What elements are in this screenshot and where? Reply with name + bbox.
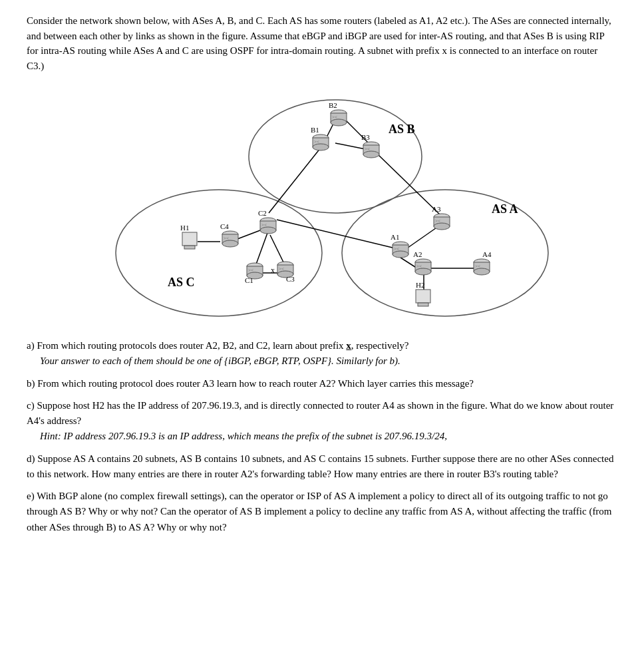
svg-text:A1: A1	[391, 233, 399, 241]
svg-text:B1: B1	[311, 126, 319, 134]
network-diagram: AS B AS C AS A	[27, 80, 617, 326]
question-b: b) From which routing protocol does rout…	[27, 376, 617, 391]
svg-rect-80	[416, 290, 430, 303]
svg-point-28	[313, 144, 329, 150]
svg-text:><: ><	[416, 264, 422, 269]
svg-point-23	[331, 119, 347, 126]
svg-text:><: ><	[475, 264, 480, 269]
svg-text:x: x	[271, 266, 275, 275]
question-e: e) With BGP alone (no complex firewall s…	[27, 489, 617, 535]
svg-point-38	[260, 227, 276, 234]
svg-point-77	[474, 268, 490, 275]
svg-text:A2: A2	[413, 250, 422, 258]
svg-text:><: ><	[394, 246, 399, 252]
question-c-text: Suppose host H2 has the IP address of 20…	[27, 400, 613, 426]
svg-text:A3: A3	[432, 205, 441, 213]
svg-rect-58	[184, 246, 195, 249]
svg-text:><: ><	[224, 236, 229, 241]
svg-text:C1: C1	[245, 276, 253, 284]
svg-rect-81	[418, 303, 428, 306]
svg-text:><: ><	[435, 218, 440, 224]
question-d-text: Suppose AS A contains 20 subnets, AS B c…	[27, 453, 613, 479]
question-c-label: c)	[27, 400, 37, 411]
svg-text:AS A: AS A	[492, 202, 518, 216]
svg-text:AS B: AS B	[389, 122, 415, 136]
svg-point-62	[434, 223, 450, 230]
svg-text:H1: H1	[180, 224, 189, 232]
svg-line-11	[277, 220, 395, 248]
question-a: a) From which routing protocols does rou…	[27, 338, 617, 369]
question-c: c) Suppose host H2 has the IP address of…	[27, 398, 617, 445]
svg-text:C4: C4	[220, 222, 229, 230]
question-e-label: e)	[27, 491, 37, 501]
svg-point-43	[222, 240, 238, 247]
svg-point-33	[363, 151, 379, 158]
question-a-text: From which routing protocols does router…	[37, 340, 408, 351]
svg-text:B2: B2	[329, 101, 337, 109]
svg-text:H2: H2	[416, 281, 424, 289]
svg-text:C3: C3	[286, 275, 295, 283]
intro-text: Consider the network shown below, with A…	[27, 13, 617, 73]
question-b-text: From which routing protocol does router …	[37, 378, 474, 389]
svg-text:B3: B3	[361, 133, 370, 141]
question-a-label: a)	[27, 340, 37, 351]
question-e-text: With BGP alone (no complex firewall sett…	[27, 491, 612, 533]
svg-text:><: ><	[248, 268, 253, 273]
intro-content: Consider the network shown below, with A…	[27, 15, 611, 71]
svg-rect-57	[182, 232, 197, 246]
svg-text:><: ><	[332, 114, 337, 120]
question-b-label: b)	[27, 378, 37, 389]
svg-point-67	[393, 251, 408, 258]
svg-text:><: ><	[365, 146, 370, 152]
question-d-label: d)	[27, 453, 37, 464]
svg-text:><: ><	[261, 222, 267, 228]
question-d: d) Suppose AS A contains 20 subnets, AS …	[27, 451, 617, 483]
question-a-hint: Your answer to each of them should be on…	[40, 355, 401, 366]
svg-text:><: ><	[314, 139, 319, 144]
svg-text:C2: C2	[258, 209, 267, 217]
svg-point-2	[116, 190, 322, 316]
svg-text:AS C: AS C	[168, 276, 195, 289]
svg-line-18	[401, 258, 417, 268]
svg-line-9	[269, 148, 321, 213]
svg-point-72	[415, 268, 431, 275]
svg-text:A4: A4	[482, 250, 492, 258]
question-c-hint: Hint: IP address 207.96.19.3 is an IP ad…	[40, 431, 447, 441]
svg-text:><: ><	[279, 266, 284, 272]
